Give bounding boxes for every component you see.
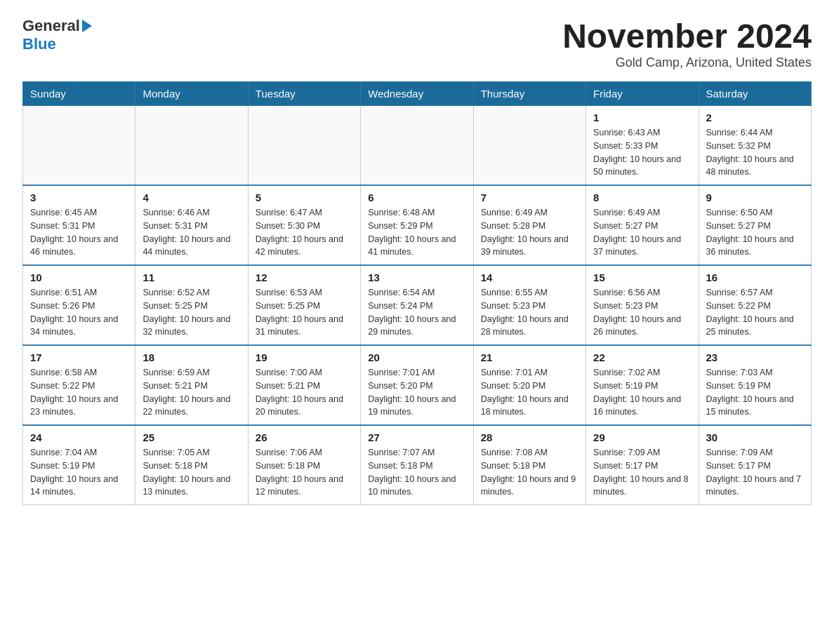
day-info: Sunrise: 7:04 AMSunset: 5:19 PMDaylight:… bbox=[30, 446, 128, 499]
day-number: 1 bbox=[593, 112, 691, 123]
day-info: Sunrise: 6:58 AMSunset: 5:22 PMDaylight:… bbox=[30, 366, 128, 419]
day-info: Sunrise: 7:09 AMSunset: 5:17 PMDaylight:… bbox=[593, 446, 691, 499]
weekday-header-tuesday: Tuesday bbox=[248, 82, 360, 106]
day-info: Sunrise: 7:09 AMSunset: 5:17 PMDaylight:… bbox=[706, 446, 804, 499]
day-info: Sunrise: 6:49 AMSunset: 5:28 PMDaylight:… bbox=[481, 206, 578, 259]
day-info: Sunrise: 6:53 AMSunset: 5:25 PMDaylight:… bbox=[256, 286, 353, 339]
day-number: 10 bbox=[30, 271, 128, 283]
calendar-cell: 28Sunrise: 7:08 AMSunset: 5:18 PMDayligh… bbox=[473, 425, 585, 505]
calendar-cell: 29Sunrise: 7:09 AMSunset: 5:17 PMDayligh… bbox=[586, 425, 699, 505]
calendar-cell: 8Sunrise: 6:49 AMSunset: 5:27 PMDaylight… bbox=[586, 185, 699, 265]
day-info: Sunrise: 6:50 AMSunset: 5:27 PMDaylight:… bbox=[706, 206, 804, 259]
calendar-cell: 11Sunrise: 6:52 AMSunset: 5:25 PMDayligh… bbox=[135, 265, 248, 345]
location: Gold Camp, Arizona, United States bbox=[562, 55, 812, 70]
logo-arrow-icon bbox=[82, 20, 92, 32]
calendar-cell: 4Sunrise: 6:46 AMSunset: 5:31 PMDaylight… bbox=[135, 185, 248, 265]
day-number: 23 bbox=[706, 351, 804, 363]
day-info: Sunrise: 6:57 AMSunset: 5:22 PMDaylight:… bbox=[706, 286, 804, 339]
calendar-cell: 6Sunrise: 6:48 AMSunset: 5:29 PMDaylight… bbox=[361, 185, 473, 265]
day-number: 30 bbox=[706, 431, 804, 443]
day-number: 27 bbox=[368, 431, 465, 443]
day-number: 13 bbox=[368, 271, 465, 283]
calendar-cell: 18Sunrise: 6:59 AMSunset: 5:21 PMDayligh… bbox=[135, 345, 248, 425]
logo-blue: Blue bbox=[22, 35, 56, 53]
calendar-cell: 21Sunrise: 7:01 AMSunset: 5:20 PMDayligh… bbox=[473, 345, 585, 425]
day-info: Sunrise: 7:03 AMSunset: 5:19 PMDaylight:… bbox=[706, 366, 804, 419]
calendar-cell: 17Sunrise: 6:58 AMSunset: 5:22 PMDayligh… bbox=[23, 345, 135, 425]
day-number: 2 bbox=[706, 112, 804, 123]
day-info: Sunrise: 6:55 AMSunset: 5:23 PMDaylight:… bbox=[481, 286, 578, 339]
day-number: 14 bbox=[481, 271, 578, 283]
calendar-cell: 12Sunrise: 6:53 AMSunset: 5:25 PMDayligh… bbox=[248, 265, 360, 345]
weekday-header-friday: Friday bbox=[586, 82, 699, 106]
calendar-cell: 20Sunrise: 7:01 AMSunset: 5:20 PMDayligh… bbox=[361, 345, 473, 425]
day-info: Sunrise: 6:56 AMSunset: 5:23 PMDaylight:… bbox=[593, 286, 691, 339]
calendar-table: SundayMondayTuesdayWednesdayThursdayFrid… bbox=[22, 81, 812, 505]
day-number: 18 bbox=[143, 351, 240, 363]
day-info: Sunrise: 6:49 AMSunset: 5:27 PMDaylight:… bbox=[593, 206, 691, 259]
day-info: Sunrise: 7:00 AMSunset: 5:21 PMDaylight:… bbox=[256, 366, 353, 419]
day-info: Sunrise: 6:48 AMSunset: 5:29 PMDaylight:… bbox=[368, 206, 465, 259]
calendar-cell: 16Sunrise: 6:57 AMSunset: 5:22 PMDayligh… bbox=[699, 265, 811, 345]
day-number: 28 bbox=[481, 431, 578, 443]
calendar-cell: 30Sunrise: 7:09 AMSunset: 5:17 PMDayligh… bbox=[699, 425, 811, 505]
calendar-cell: 24Sunrise: 7:04 AMSunset: 5:19 PMDayligh… bbox=[23, 425, 135, 505]
calendar-cell: 5Sunrise: 6:47 AMSunset: 5:30 PMDaylight… bbox=[248, 185, 360, 265]
calendar-cell bbox=[361, 106, 473, 186]
day-number: 29 bbox=[593, 431, 691, 443]
title-section: November 2024 Gold Camp, Arizona, United… bbox=[562, 17, 812, 70]
calendar-week-row: 10Sunrise: 6:51 AMSunset: 5:26 PMDayligh… bbox=[23, 265, 812, 345]
calendar-week-row: 24Sunrise: 7:04 AMSunset: 5:19 PMDayligh… bbox=[23, 425, 812, 505]
calendar-cell: 26Sunrise: 7:06 AMSunset: 5:18 PMDayligh… bbox=[248, 425, 360, 505]
day-info: Sunrise: 6:45 AMSunset: 5:31 PMDaylight:… bbox=[30, 206, 128, 259]
weekday-header-monday: Monday bbox=[135, 82, 248, 106]
day-number: 3 bbox=[30, 192, 128, 203]
calendar-cell bbox=[23, 106, 135, 186]
day-info: Sunrise: 7:06 AMSunset: 5:18 PMDaylight:… bbox=[256, 446, 353, 499]
calendar-cell: 25Sunrise: 7:05 AMSunset: 5:18 PMDayligh… bbox=[135, 425, 248, 505]
day-number: 20 bbox=[368, 351, 465, 363]
day-info: Sunrise: 6:46 AMSunset: 5:31 PMDaylight:… bbox=[143, 206, 240, 259]
day-info: Sunrise: 6:44 AMSunset: 5:32 PMDaylight:… bbox=[706, 126, 804, 179]
month-title: November 2024 bbox=[562, 17, 812, 55]
calendar-cell bbox=[135, 106, 248, 186]
calendar-cell: 1Sunrise: 6:43 AMSunset: 5:33 PMDaylight… bbox=[586, 106, 699, 186]
day-info: Sunrise: 7:05 AMSunset: 5:18 PMDaylight:… bbox=[143, 446, 240, 499]
weekday-header-saturday: Saturday bbox=[699, 82, 811, 106]
logo-general: General bbox=[22, 17, 80, 35]
calendar-cell bbox=[248, 106, 360, 186]
calendar-week-row: 3Sunrise: 6:45 AMSunset: 5:31 PMDaylight… bbox=[23, 185, 812, 265]
day-number: 22 bbox=[593, 351, 691, 363]
page-header: General Blue November 2024 Gold Camp, Ar… bbox=[22, 17, 812, 70]
logo: General Blue bbox=[22, 17, 92, 53]
day-info: Sunrise: 6:43 AMSunset: 5:33 PMDaylight:… bbox=[593, 126, 691, 179]
day-number: 26 bbox=[256, 431, 353, 443]
day-number: 8 bbox=[593, 192, 691, 203]
day-number: 21 bbox=[481, 351, 578, 363]
calendar-cell: 14Sunrise: 6:55 AMSunset: 5:23 PMDayligh… bbox=[473, 265, 585, 345]
calendar-week-row: 17Sunrise: 6:58 AMSunset: 5:22 PMDayligh… bbox=[23, 345, 812, 425]
day-number: 19 bbox=[256, 351, 353, 363]
day-number: 15 bbox=[593, 271, 691, 283]
day-info: Sunrise: 7:07 AMSunset: 5:18 PMDaylight:… bbox=[368, 446, 465, 499]
day-info: Sunrise: 6:54 AMSunset: 5:24 PMDaylight:… bbox=[368, 286, 465, 339]
day-number: 5 bbox=[256, 192, 353, 203]
calendar-cell: 23Sunrise: 7:03 AMSunset: 5:19 PMDayligh… bbox=[699, 345, 811, 425]
day-info: Sunrise: 6:51 AMSunset: 5:26 PMDaylight:… bbox=[30, 286, 128, 339]
calendar-header-row: SundayMondayTuesdayWednesdayThursdayFrid… bbox=[23, 82, 812, 106]
calendar-cell: 22Sunrise: 7:02 AMSunset: 5:19 PMDayligh… bbox=[586, 345, 699, 425]
day-number: 6 bbox=[368, 192, 465, 203]
day-number: 9 bbox=[706, 192, 804, 203]
day-number: 16 bbox=[706, 271, 804, 283]
calendar-cell: 13Sunrise: 6:54 AMSunset: 5:24 PMDayligh… bbox=[361, 265, 473, 345]
day-number: 4 bbox=[143, 192, 240, 203]
day-number: 25 bbox=[143, 431, 240, 443]
calendar-cell: 9Sunrise: 6:50 AMSunset: 5:27 PMDaylight… bbox=[699, 185, 811, 265]
day-number: 24 bbox=[30, 431, 128, 443]
calendar-cell: 7Sunrise: 6:49 AMSunset: 5:28 PMDaylight… bbox=[473, 185, 585, 265]
day-info: Sunrise: 7:02 AMSunset: 5:19 PMDaylight:… bbox=[593, 366, 691, 419]
day-info: Sunrise: 6:47 AMSunset: 5:30 PMDaylight:… bbox=[256, 206, 353, 259]
calendar-cell: 3Sunrise: 6:45 AMSunset: 5:31 PMDaylight… bbox=[23, 185, 135, 265]
calendar-cell: 15Sunrise: 6:56 AMSunset: 5:23 PMDayligh… bbox=[586, 265, 699, 345]
calendar-week-row: 1Sunrise: 6:43 AMSunset: 5:33 PMDaylight… bbox=[23, 106, 812, 186]
